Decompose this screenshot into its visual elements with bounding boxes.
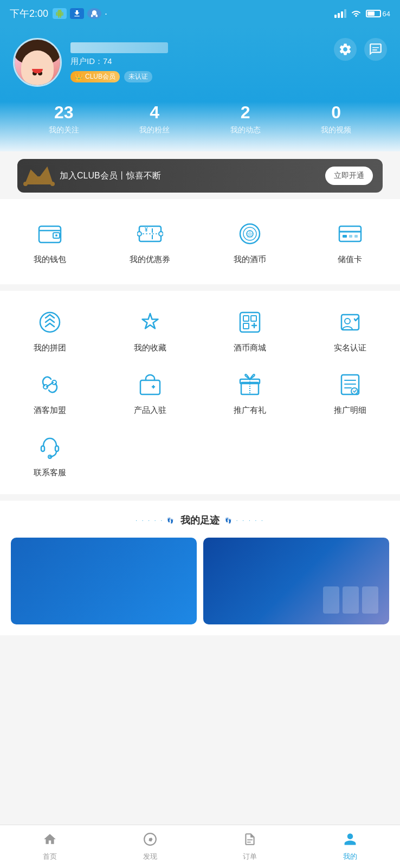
footprint-section: · · · · · 👣 我的足迹 👣 · · · · · <box>0 501 400 635</box>
discover-icon <box>143 832 157 850</box>
profile-id: 用户ID：74 <box>70 56 168 67</box>
wallet-icon <box>35 219 65 249</box>
stat-posts-label: 我的动态 <box>200 125 291 135</box>
nav-home[interactable]: 首页 <box>0 828 100 866</box>
download-icon <box>70 8 84 19</box>
store-card-icon <box>335 219 365 249</box>
svg-point-11 <box>55 234 57 237</box>
svg-point-33 <box>345 318 350 324</box>
bottom-spacer <box>0 642 400 685</box>
stat-fans-number: 4 <box>109 103 201 122</box>
quick-coin[interactable]: 我的酒币 <box>200 210 300 273</box>
svg-rect-44 <box>41 446 44 451</box>
svg-point-8 <box>37 176 41 181</box>
product-entry-label: 产品入驻 <box>134 405 166 416</box>
club-banner-bg <box>17 159 61 193</box>
home-icon <box>43 832 57 850</box>
menu-affiliate[interactable]: 酒客加盟 <box>0 359 100 421</box>
svg-rect-22 <box>339 226 361 241</box>
quick-card[interactable]: 储值卡 <box>300 210 401 273</box>
customer-service-icon <box>35 432 65 462</box>
promo-gift-label: 推广有礼 <box>234 405 266 416</box>
footprint-item-2[interactable] <box>203 538 389 624</box>
favorites-label: 我的收藏 <box>134 343 166 353</box>
menu-customer-service[interactable]: 联系客服 <box>0 421 100 483</box>
menu-favorites[interactable]: 我的收藏 <box>100 296 201 359</box>
menu-coin-mall[interactable]: 酒币商城 <box>200 296 300 359</box>
footprint-image-1 <box>11 538 197 624</box>
unverified-badge: 未认证 <box>124 71 152 82</box>
store-card-label: 储值卡 <box>338 254 362 265</box>
stat-videos-label: 我的视频 <box>291 125 382 135</box>
svg-point-7 <box>50 182 55 186</box>
stat-posts[interactable]: 2 我的动态 <box>200 103 291 135</box>
wifi-icon <box>351 9 362 18</box>
svg-rect-2 <box>338 13 340 18</box>
menu-grid: 我的拼团 我的收藏 酒币商城 <box>0 296 400 483</box>
stat-videos-number: 0 <box>291 103 382 122</box>
stat-fans-label: 我的粉丝 <box>109 125 201 135</box>
svg-rect-30 <box>251 316 256 321</box>
svg-rect-3 <box>341 11 343 18</box>
svg-point-0 <box>92 10 96 16</box>
android-icon <box>53 8 67 19</box>
affiliate-label: 酒客加盟 <box>34 405 66 416</box>
quick-wallet[interactable]: 我的钱包 <box>0 210 100 273</box>
svg-rect-29 <box>243 316 249 321</box>
quick-coupon[interactable]: ¥ 我的优惠券 <box>100 210 201 273</box>
svg-text:¥: ¥ <box>145 227 148 233</box>
menu-product-entry[interactable]: 产品入驻 <box>100 359 201 421</box>
svg-rect-4 <box>344 9 346 18</box>
footprint-item-1[interactable] <box>11 538 197 624</box>
stat-follows-label: 我的关注 <box>18 125 109 135</box>
nav-order[interactable]: 订单 <box>200 828 300 866</box>
stat-follows-number: 23 <box>18 103 109 122</box>
status-right: 64 <box>334 9 390 18</box>
quick-actions-grid: 我的钱包 ¥ 我的优惠券 <box>0 210 400 273</box>
svg-point-6 <box>23 182 28 186</box>
qq-icon <box>87 8 101 19</box>
avatar[interactable] <box>13 38 62 87</box>
svg-rect-28 <box>240 312 260 332</box>
mine-icon <box>343 832 357 850</box>
nav-discover[interactable]: 发现 <box>100 828 201 866</box>
favorites-icon <box>135 307 165 337</box>
club-banner-text: 加入CLUB会员丨惊喜不断 <box>60 170 161 182</box>
svg-point-43 <box>351 388 358 394</box>
club-banner[interactable]: 加入CLUB会员丨惊喜不断 立即开通 <box>17 159 383 193</box>
svg-rect-26 <box>354 235 358 238</box>
footprint-dots-right: 👣 · · · · · <box>225 518 264 524</box>
stat-videos[interactable]: 0 我的视频 <box>291 103 382 135</box>
bottom-nav: 首页 发现 订单 我的 <box>0 825 400 868</box>
nav-discover-label: 发现 <box>143 852 157 861</box>
svg-point-14 <box>137 232 141 236</box>
menu-section: 我的拼团 我的收藏 酒币商城 <box>0 291 400 494</box>
battery-indicator: 64 <box>366 10 390 18</box>
message-button[interactable] <box>364 38 387 61</box>
club-badge[interactable]: 👑 CLUB会员 <box>70 71 120 82</box>
settings-button[interactable] <box>334 38 357 61</box>
menu-promo-detail[interactable]: 推广明细 <box>300 359 401 421</box>
stat-follows[interactable]: 23 我的关注 <box>18 103 109 135</box>
svg-point-48 <box>149 838 151 840</box>
club-open-button[interactable]: 立即开通 <box>325 167 373 185</box>
svg-rect-45 <box>55 446 59 451</box>
verify-label: 实名认证 <box>334 343 366 353</box>
group-buy-icon <box>35 307 65 337</box>
profile-info: 用户ID：74 👑 CLUB会员 未认证 <box>70 42 168 82</box>
svg-rect-25 <box>349 235 352 238</box>
coin-label: 我的酒币 <box>234 254 266 265</box>
nav-mine[interactable]: 我的 <box>300 828 401 866</box>
menu-verify[interactable]: 实名认证 <box>300 296 401 359</box>
footprint-text: 我的足迹 <box>180 514 220 527</box>
stat-posts-number: 2 <box>200 103 291 122</box>
menu-promo-gift[interactable]: 推广有礼 <box>200 359 300 421</box>
stat-fans[interactable]: 4 我的粉丝 <box>109 103 201 135</box>
svg-rect-1 <box>334 15 337 18</box>
menu-group-buy[interactable]: 我的拼团 <box>0 296 100 359</box>
svg-point-15 <box>159 232 163 236</box>
footprint-dots-left: · · · · · 👣 <box>136 518 175 524</box>
status-time: 下午2:00 <box>10 7 48 20</box>
coupon-label: 我的优惠券 <box>130 254 170 265</box>
profile-header: 用户ID：74 👑 CLUB会员 未认证 <box>0 27 400 151</box>
